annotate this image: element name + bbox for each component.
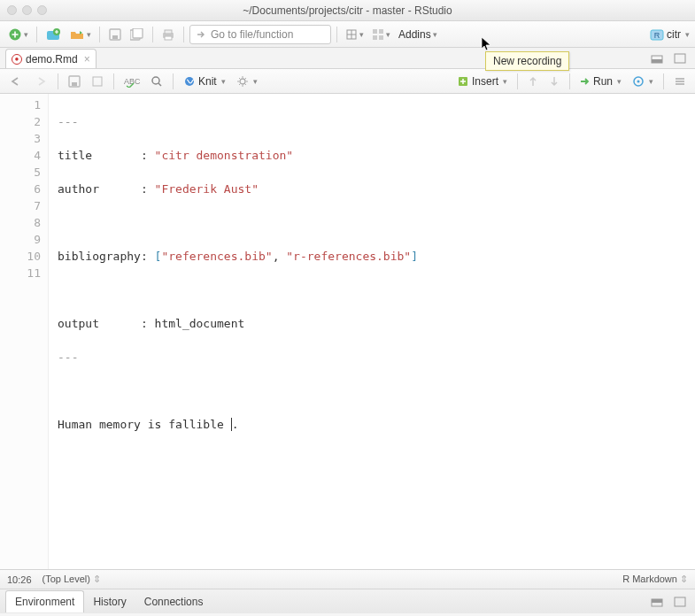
goto-file-input[interactable]: Go to file/function [189,25,331,44]
chevron-down-icon: ▾ [24,30,28,39]
new-project-button[interactable] [42,25,64,44]
minimize-pane-button[interactable] [647,49,667,68]
grid-view-button[interactable]: ▾ [369,25,393,44]
outline-icon [91,75,104,88]
spellcheck-button[interactable]: ABC [120,73,143,90]
minimize-bottom-pane-button[interactable] [647,592,667,612]
project-icon: R [650,28,664,41]
code-editor[interactable]: 1 2 3 4 5 6 7 8 9 10 11 --- title : "cit… [0,94,695,569]
knit-options-button[interactable]: ▾ [233,73,261,90]
svg-rect-21 [72,82,77,86]
project-menu[interactable]: R citr ▾ [650,28,690,41]
separator [58,73,58,89]
minimize-pane-icon [651,53,663,64]
scope-selector[interactable]: (Top Level) ⇕ [42,574,101,585]
publish-button[interactable]: ▾ [629,73,657,90]
maximize-pane-icon [674,597,686,607]
print-icon [161,28,175,41]
chevron-down-icon: ▾ [649,77,653,86]
knit-button[interactable]: Knit ▾ [180,73,229,90]
svg-rect-4 [112,35,118,39]
goto-arrow-icon [196,29,206,40]
svg-rect-31 [652,599,662,603]
addins-menu[interactable]: Addins ▾ [396,25,440,44]
chevron-down-icon: ▾ [433,30,437,39]
close-window[interactable] [7,5,17,15]
svg-rect-9 [165,36,172,40]
chevron-down-icon: ▾ [503,77,507,86]
publish-icon [632,75,645,88]
doc-mode[interactable]: R Markdown ⇕ [622,574,688,585]
save-doc-button[interactable] [65,73,84,90]
save-all-button[interactable] [127,25,147,44]
outline-toggle-button[interactable] [670,73,690,90]
run-button[interactable]: Run ▾ [576,73,625,90]
chevron-down-icon: ▾ [617,77,622,86]
folder-open-icon [69,27,85,42]
go-prev-chunk-button[interactable] [524,73,542,90]
save-icon [68,75,81,88]
grid-icon [372,28,384,41]
project-name: citr [667,28,681,41]
chevron-down-icon: ▾ [87,30,91,39]
tab-environment[interactable]: Environment [5,590,84,612]
document-tabbar: ● demo.Rmd × [0,48,695,69]
arrow-down-icon [549,75,560,88]
svg-rect-8 [165,30,172,34]
save-button[interactable] [105,25,125,44]
find-button[interactable] [147,73,166,90]
tab-connections[interactable]: Connections [135,591,212,612]
save-all-icon [130,28,144,41]
svg-rect-14 [379,35,383,40]
svg-rect-32 [675,597,685,606]
new-project-icon [45,27,61,42]
separator [569,73,570,89]
window-controls[interactable] [7,5,47,15]
maximize-pane-icon [674,53,686,64]
svg-rect-11 [373,29,377,34]
svg-rect-22 [93,77,102,86]
chevron-down-icon: ▾ [253,77,258,86]
editor-toolbar: ABC Knit ▾ ▾ Insert ▾ Run ▾ ▾ [0,69,695,94]
separator [113,73,114,89]
separator [36,27,37,42]
gear-icon [236,75,249,88]
line-gutter: 1 2 3 4 5 6 7 8 9 10 11 [0,94,49,569]
print-button[interactable] [158,25,178,44]
new-file-icon [8,27,22,42]
back-button[interactable] [5,73,27,90]
maximize-pane-button[interactable] [670,49,690,68]
close-tab-button[interactable]: × [84,53,90,65]
knit-label: Knit [198,75,217,88]
open-file-button[interactable]: ▾ [66,25,94,44]
run-icon [580,76,591,87]
svg-rect-19 [675,54,685,63]
code-content[interactable]: --- title : "citr demonstration" author … [49,94,418,569]
tooltip-new-recording: New recording [485,51,569,71]
chevron-down-icon: ▾ [221,77,226,86]
tools-button[interactable]: ▾ [343,25,367,44]
knit-icon [183,75,196,88]
zoom-window[interactable] [37,5,47,15]
new-file-button[interactable]: ▾ [5,25,31,44]
maximize-bottom-pane-button[interactable] [670,592,690,612]
insert-button[interactable]: Insert ▾ [453,73,511,90]
forward-button[interactable] [30,73,51,90]
minimize-window[interactable] [22,5,32,15]
window-title: ~/Documents/projects/citr - master - RSt… [0,4,695,17]
tab-demo-rmd[interactable]: ● demo.Rmd × [5,49,97,68]
save-icon [109,28,121,41]
back-icon [9,76,23,87]
svg-point-26 [240,79,245,84]
separator [336,27,337,42]
tab-history[interactable]: History [84,591,135,612]
bottom-pane-tabs: Environment History Connections [0,589,695,613]
chevron-down-icon: ▾ [386,30,390,39]
svg-point-29 [637,80,640,82]
svg-rect-18 [652,59,662,63]
show-outline-button[interactable] [88,73,107,90]
svg-rect-12 [379,29,383,34]
svg-text:R: R [654,31,660,40]
tools-icon [345,28,358,41]
go-next-chunk-button[interactable] [545,73,563,90]
